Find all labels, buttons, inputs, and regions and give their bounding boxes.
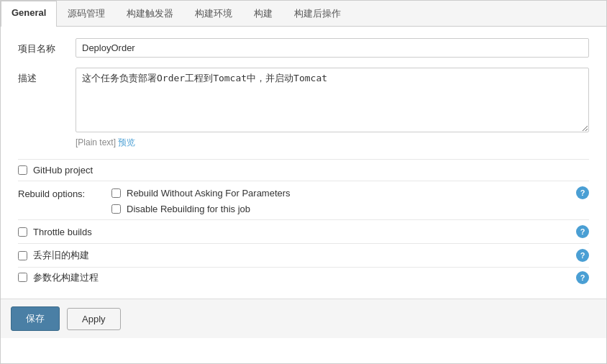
throttle-builds-row: Throttle builds ? [18,219,589,243]
parameterized-checkbox[interactable] [18,273,27,282]
rebuild-option-row-1: Rebuild Without Asking For Parameters ? [111,186,589,199]
discard-help-icon[interactable]: ? [576,249,589,262]
apply-button[interactable]: Apply [67,308,121,330]
discard-old-row: 丢弃旧的构建 ? [18,243,589,267]
discard-old-checkbox[interactable] [18,251,27,260]
discard-old-inner: 丢弃旧的构建 [18,249,576,262]
plain-text-hint: [Plain text] 预览 [76,137,589,149]
project-name-input[interactable] [76,38,589,58]
save-button[interactable]: 保存 [11,306,60,331]
throttle-builds-checkbox[interactable] [18,227,27,237]
rebuild-without-asking-label: Rebuild Without Asking For Parameters [127,188,291,199]
throttle-builds-label: Throttle builds [33,227,92,237]
page-container: General 源码管理 构建触发器 构建环境 构建 构建后操作 项目名称 描述… [0,0,607,364]
tab-trigger[interactable]: 构建触发器 [116,1,184,26]
project-name-label: 项目名称 [18,38,76,55]
parameterized-label: 参数化构建过程 [33,271,99,284]
discard-old-label: 丢弃旧的构建 [33,249,89,262]
disable-rebuilding-checkbox[interactable] [111,204,121,214]
tab-source[interactable]: 源码管理 [57,1,116,26]
action-bar: 保存 Apply [1,299,606,338]
tab-post[interactable]: 构建后操作 [283,1,352,26]
github-project-label: GitHub project [33,165,93,176]
parameterized-help-icon[interactable]: ? [576,271,589,284]
rebuild-option-row-2: Disable Rebuilding for this job [111,204,589,214]
description-field: 这个任务负责部署Order工程到Tomcat中，并启动Tomcat [Plain… [76,68,589,149]
project-name-row: 项目名称 [18,38,589,58]
throttle-builds-inner: Throttle builds [18,227,576,237]
tabs-bar: General 源码管理 构建触发器 构建环境 构建 构建后操作 [1,1,606,27]
github-project-row: GitHub project [18,159,589,181]
tab-env[interactable]: 构建环境 [184,1,243,26]
rebuild-without-asking-checkbox[interactable] [111,188,121,198]
parameterized-row: 参数化构建过程 ? [18,267,589,287]
rebuild-options-label: Rebuild options: [18,186,111,199]
description-label: 描述 [18,68,76,85]
description-textarea[interactable]: 这个任务负责部署Order工程到Tomcat中，并启动Tomcat [76,68,589,132]
description-row: 描述 这个任务负责部署Order工程到Tomcat中，并启动Tomcat [Pl… [18,68,589,149]
project-name-field [76,38,589,58]
throttle-help-icon[interactable]: ? [576,225,589,238]
preview-link[interactable]: 预览 [118,137,135,147]
rebuild-options-section: Rebuild options: Rebuild Without Asking … [18,181,589,219]
rebuild-options-list: Rebuild Without Asking For Parameters ? … [111,186,589,214]
tab-general[interactable]: General [1,1,57,27]
rebuild-help-icon[interactable]: ? [576,186,589,199]
github-project-checkbox[interactable] [18,165,27,175]
tab-build[interactable]: 构建 [243,1,283,26]
content-area: 项目名称 描述 这个任务负责部署Order工程到Tomcat中，并启动Tomca… [1,27,606,299]
disable-rebuilding-label: Disable Rebuilding for this job [127,204,250,214]
github-project-inner: GitHub project [18,165,589,176]
